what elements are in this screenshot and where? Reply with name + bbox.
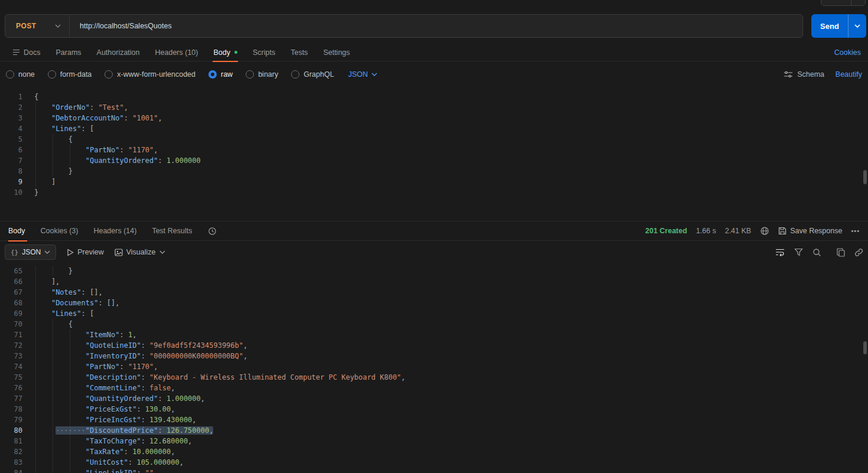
line-number: 71 <box>0 330 28 340</box>
scrollbar[interactable] <box>863 170 867 184</box>
indent-guide <box>70 330 70 473</box>
response-code-lines: 65 }66 ],67 "Notes": [],68 "Documents": … <box>0 266 868 473</box>
code-text: ], <box>34 276 60 287</box>
chevron-down-icon <box>44 250 50 254</box>
code-text: "QuoteLineID": "9ef0adf5f2434593996b", <box>34 340 247 351</box>
chevron-down-icon <box>371 73 377 76</box>
line-number: 10 <box>0 187 28 198</box>
radio-icon <box>246 70 254 79</box>
code-line: 4 "Lines": [ <box>0 123 868 134</box>
tab-label: Headers (10) <box>155 48 198 57</box>
tab-label: Test Results <box>152 227 192 235</box>
send-button[interactable]: Send <box>811 14 866 38</box>
braces-icon: {} <box>11 249 18 256</box>
code-text: "TaxToCharge": 12.680000, <box>34 436 192 446</box>
line-number: 83 <box>0 457 28 468</box>
line-number: 6 <box>0 145 28 155</box>
window-controls-fragment[interactable] <box>821 0 866 6</box>
response-size[interactable]: 2.41 KB <box>725 227 751 235</box>
bodytype-graphql[interactable]: GraphQL <box>291 70 334 79</box>
filter-icon[interactable] <box>794 248 803 256</box>
code-line: 8 } <box>0 166 868 177</box>
preview-button[interactable]: Preview <box>67 248 103 256</box>
cookies-link[interactable]: Cookies <box>834 48 861 57</box>
code-line: 9 ] <box>0 177 868 187</box>
tab-scripts[interactable]: Scripts <box>245 44 283 61</box>
bodytype-x-www-form-urlencoded[interactable]: x-www-form-urlencoded <box>105 70 195 79</box>
tab-params[interactable]: Params <box>48 44 89 61</box>
send-options-chevron-icon[interactable] <box>849 24 866 28</box>
code-text: { <box>34 92 38 102</box>
link-icon[interactable] <box>854 248 863 257</box>
code-line: 65 } <box>0 266 868 276</box>
code-text: ] <box>34 177 56 187</box>
method-label: POST <box>16 22 36 30</box>
code-line: 82 "TaxRate": 10.000000, <box>0 446 868 457</box>
indent-guide <box>53 319 53 473</box>
tab-label: Tests <box>291 48 308 57</box>
code-line: 79 "PriceIncGst": 139.430000, <box>0 415 868 425</box>
beautify-button[interactable]: Beautify <box>836 61 862 87</box>
chevron-down-icon <box>159 250 165 254</box>
tab-label: Params <box>56 48 81 57</box>
method-dropdown[interactable]: POST <box>5 15 69 37</box>
response-tools <box>775 248 868 257</box>
code-text: ·······"DiscountedPrice": 126.750000, <box>34 425 213 436</box>
tab-settings[interactable]: Settings <box>315 44 357 61</box>
line-number: 67 <box>0 287 28 298</box>
response-toolbar: {} JSON Preview Visualize <box>0 241 868 263</box>
wrap-text-icon[interactable] <box>775 248 785 256</box>
tab-label: Authorization <box>97 48 140 57</box>
tab-authorization[interactable]: Authorization <box>89 44 148 61</box>
schema-label: Schema <box>797 70 824 79</box>
language-label: JSON <box>348 70 368 79</box>
tab-label: Body <box>213 48 230 57</box>
line-number: 69 <box>0 308 28 319</box>
visualize-button[interactable]: Visualize <box>115 248 165 256</box>
bodytype-none[interactable]: none <box>6 70 35 79</box>
response-body-editor[interactable]: 65 }66 ],67 "Notes": [],68 "Documents": … <box>0 263 868 473</box>
response-tab-cookies[interactable]: Cookies (3) <box>33 221 86 241</box>
history-icon[interactable] <box>208 227 217 236</box>
preview-icon <box>67 249 74 256</box>
code-line: 68 "Documents": [], <box>0 298 868 308</box>
line-number: 65 <box>0 266 28 276</box>
tab-headers[interactable]: Headers (10) <box>148 44 206 61</box>
code-text: "OrderNo": "Test", <box>34 102 128 113</box>
tab-docs[interactable]: Docs <box>5 44 48 61</box>
code-text: "UnitCost": 105.000000, <box>34 457 184 468</box>
code-line: 72 "QuoteLineID": "9ef0adf5f2434593996b"… <box>0 340 868 351</box>
response-format-dropdown[interactable]: {} JSON <box>5 244 56 260</box>
globe-icon[interactable] <box>760 226 769 236</box>
request-body-editor[interactable]: 1{2 "OrderNo": "Test",3 "DebtorAccountNo… <box>0 87 868 220</box>
bodytype-raw[interactable]: raw <box>208 70 233 79</box>
tab-label: Docs <box>24 48 40 57</box>
copy-icon[interactable] <box>837 248 845 257</box>
raw-language-dropdown[interactable]: JSON <box>348 70 377 79</box>
search-icon[interactable] <box>812 248 821 257</box>
response-tab-body[interactable]: Body <box>6 221 33 241</box>
tab-body[interactable]: Body <box>205 44 245 61</box>
line-number: 66 <box>0 276 28 287</box>
code-text: "PriceIncGst": 139.430000, <box>34 415 197 425</box>
code-text: "TaxRate": 10.000000, <box>34 446 175 457</box>
modified-dot-icon <box>234 51 237 54</box>
bodytype-form-data[interactable]: form-data <box>48 70 92 79</box>
scrollbar[interactable] <box>863 341 867 354</box>
format-label: JSON <box>22 248 41 256</box>
tab-tests[interactable]: Tests <box>283 44 315 61</box>
code-line: 84 "LineLinkID": "", <box>0 468 868 473</box>
schema-button[interactable]: Schema <box>784 61 824 87</box>
response-tab-test-results[interactable]: Test Results <box>144 221 200 241</box>
line-number: 8 <box>0 166 28 177</box>
status-badge[interactable]: 201 Created <box>645 227 687 235</box>
line-number: 1 <box>0 92 28 102</box>
visualize-label: Visualize <box>126 248 156 256</box>
save-response-button[interactable]: Save Response <box>778 227 842 235</box>
bodytype-binary[interactable]: binary <box>246 70 278 79</box>
response-tab-headers[interactable]: Headers (14) <box>86 221 144 241</box>
code-line: 74 "PartNo": "1170", <box>0 361 868 372</box>
url-input[interactable]: http://localhost/SalesQuotes <box>70 15 802 37</box>
response-time[interactable]: 1.66 s <box>696 227 716 235</box>
more-options-icon[interactable]: ••• <box>851 227 860 234</box>
